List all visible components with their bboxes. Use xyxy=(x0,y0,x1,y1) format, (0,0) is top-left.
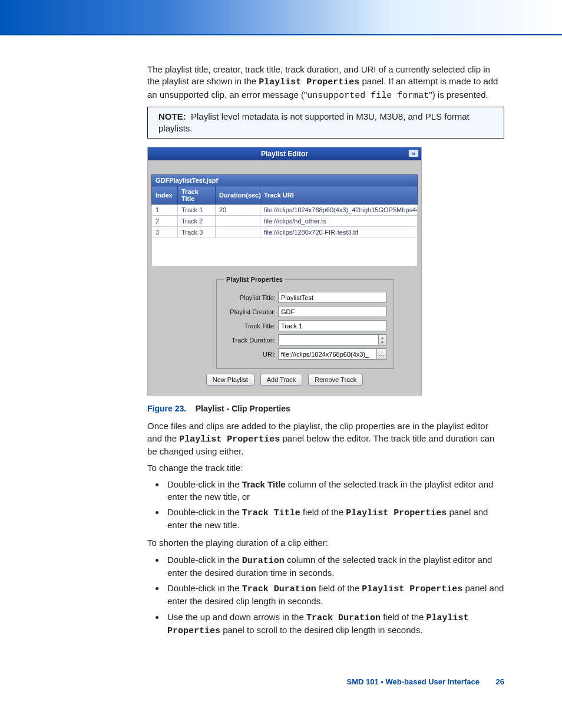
table-row[interactable]: 2 Track 2 file:///clips/hd_other.ts xyxy=(152,216,418,227)
col-track-title[interactable]: Track Title xyxy=(178,186,216,205)
input-track-title[interactable] xyxy=(278,320,386,331)
label-playlist-creator: Playlist Creator: xyxy=(224,308,276,315)
figure-caption: Figure 23. Playlist - Clip Properties xyxy=(147,404,504,413)
new-playlist-button[interactable]: New Playlist xyxy=(206,374,254,386)
body-text: Once files and clips are added to the pl… xyxy=(147,420,504,637)
cell-title[interactable]: Track 2 xyxy=(178,216,216,227)
cell-index: 1 xyxy=(152,205,178,216)
figure-number: Figure 23. xyxy=(147,404,186,413)
input-playlist-creator[interactable] xyxy=(278,306,386,317)
page-header-strip xyxy=(0,0,562,35)
text-mono: Playlist Properties xyxy=(346,508,447,518)
intro-text: The playlist title, creator, track title… xyxy=(147,64,504,102)
note-box: NOTE: Playlist level metadata is not sup… xyxy=(147,107,504,139)
playlist-properties-fieldset: Playlist Properties Playlist Title: Play… xyxy=(216,276,394,369)
text-bold: Track Title xyxy=(242,479,286,489)
text: Double-click in the xyxy=(167,507,242,517)
cell-uri: file:///clips/1280x720-FIR-test3.tif xyxy=(260,227,418,238)
tracks-table-empty-area xyxy=(151,238,418,266)
cell-duration[interactable] xyxy=(216,216,260,227)
label-track-duration: Track Duration: xyxy=(224,337,276,344)
cell-title[interactable]: Track 3 xyxy=(178,227,216,238)
cell-index: 2 xyxy=(152,216,178,227)
input-uri[interactable] xyxy=(278,348,377,360)
chevron-up-icon[interactable]: ▲ xyxy=(379,335,386,340)
playlist-editor-panel: Playlist Editor » GDFPlaylistTest.jspf I… xyxy=(147,147,422,396)
cell-title[interactable]: Track 1 xyxy=(178,205,216,216)
input-playlist-title[interactable] xyxy=(278,292,386,303)
cell-uri: file:///clips/1024x768p60(4x3)_42high15G… xyxy=(260,205,418,216)
footer-page: 26 xyxy=(496,677,504,686)
text: ") is presented. xyxy=(429,90,488,100)
playlist-editor-titlebar: Playlist Editor » xyxy=(148,147,421,160)
text-mono: Duration xyxy=(242,556,285,566)
label-playlist-title: Playlist Title: xyxy=(224,294,276,301)
input-track-duration[interactable] xyxy=(278,334,379,345)
playlist-editor-title: Playlist Editor xyxy=(261,150,308,158)
table-row[interactable]: 1 Track 1 20 file:///clips/1024x768p60(4… xyxy=(152,205,418,216)
text: field of the xyxy=(316,583,362,593)
text-mono: Playlist Properties xyxy=(362,584,462,594)
text-mono: Track Duration xyxy=(242,584,316,594)
note-text: Playlist level metadata is not supported… xyxy=(158,111,470,133)
label-track-title: Track Title: xyxy=(224,322,276,330)
track-duration-spinner[interactable]: ▲ ▼ xyxy=(379,334,386,345)
playlist-properties-legend: Playlist Properties xyxy=(224,276,285,283)
uri-browse-button[interactable]: … xyxy=(377,348,386,360)
list-item: Double-click in the Track Title column o… xyxy=(165,479,504,503)
col-track-uri[interactable]: Track URI xyxy=(260,186,418,205)
list-item: Double-click in the Track Duration field… xyxy=(165,582,504,608)
list-item: Double-click in the Track Title field of… xyxy=(165,506,504,532)
text-mono: Track Title xyxy=(242,508,300,518)
text: field of the xyxy=(381,612,427,622)
text-mono: Track Duration xyxy=(306,613,381,623)
footer-text: SMD 101 • Web-based User Interface xyxy=(347,677,480,686)
text-mono: unsupported file format xyxy=(307,91,429,101)
text: field of the xyxy=(300,507,346,517)
text: Double-click in the xyxy=(167,555,242,565)
text: Double-click in the xyxy=(167,583,242,593)
table-row[interactable]: 3 Track 3 file:///clips/1280x720-FIR-tes… xyxy=(152,227,418,238)
add-track-button[interactable]: Add Track xyxy=(260,374,303,386)
text: To shorten the playing duration of a cli… xyxy=(147,537,504,549)
text: Double-click in the xyxy=(167,479,242,489)
tracks-table: Index Track Title Duration(sec) Track UR… xyxy=(151,186,418,238)
remove-track-button[interactable]: Remove Track xyxy=(308,374,363,386)
note-label: NOTE: xyxy=(158,111,186,121)
playlist-filename: GDFPlaylistTest.jspf xyxy=(151,174,418,186)
text-mono: Playlist Properties xyxy=(259,77,359,87)
cell-index: 3 xyxy=(152,227,178,238)
text: panel to scroll to the desired clip leng… xyxy=(220,625,423,635)
list-item: Use the up and down arrows in the Track … xyxy=(165,611,504,638)
cell-uri: file:///clips/hd_other.ts xyxy=(260,216,418,227)
collapse-icon[interactable]: » xyxy=(408,149,419,157)
text: Use the up and down arrows in the xyxy=(167,612,306,622)
col-index[interactable]: Index xyxy=(152,186,178,205)
cell-duration[interactable]: 20 xyxy=(216,205,260,216)
cell-duration[interactable] xyxy=(216,227,260,238)
figure-title: Playlist - Clip Properties xyxy=(196,404,290,413)
text: To change the track title: xyxy=(147,462,504,474)
chevron-down-icon[interactable]: ▼ xyxy=(379,340,386,345)
col-duration[interactable]: Duration(sec) xyxy=(216,186,260,205)
list-item: Double-click in the Duration column of t… xyxy=(165,554,504,579)
page-footer: SMD 101 • Web-based User Interface 26 xyxy=(0,667,562,700)
label-uri: URI: xyxy=(224,351,276,358)
text-mono: Playlist Properties xyxy=(179,434,280,444)
